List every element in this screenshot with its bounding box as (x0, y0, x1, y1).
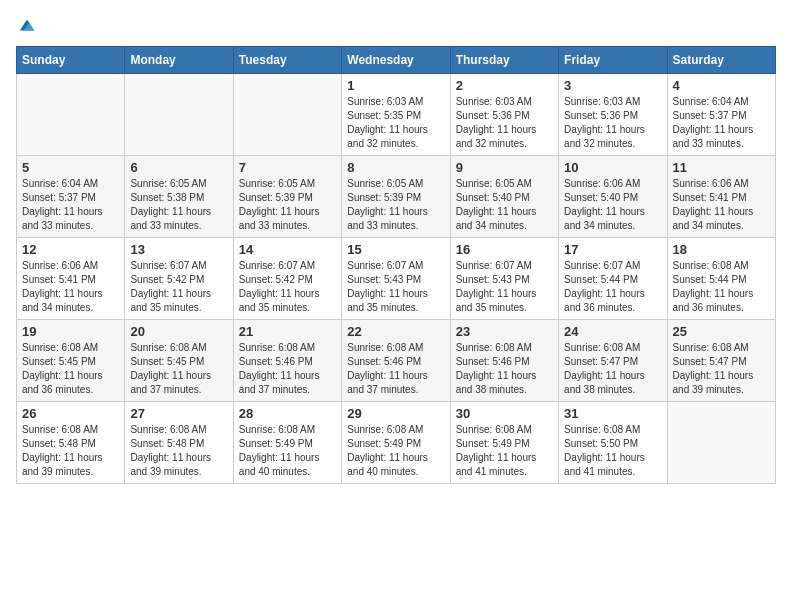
calendar-day-cell: 15Sunrise: 6:07 AMSunset: 5:43 PMDayligh… (342, 238, 450, 320)
day-info: Sunrise: 6:05 AMSunset: 5:39 PMDaylight:… (347, 177, 444, 233)
day-number: 17 (564, 242, 661, 257)
day-number: 2 (456, 78, 553, 93)
day-info: Sunrise: 6:06 AMSunset: 5:41 PMDaylight:… (22, 259, 119, 315)
day-number: 29 (347, 406, 444, 421)
day-number: 12 (22, 242, 119, 257)
calendar-day-cell: 17Sunrise: 6:07 AMSunset: 5:44 PMDayligh… (559, 238, 667, 320)
day-info: Sunrise: 6:07 AMSunset: 5:43 PMDaylight:… (456, 259, 553, 315)
calendar-day-cell: 27Sunrise: 6:08 AMSunset: 5:48 PMDayligh… (125, 402, 233, 484)
day-number: 7 (239, 160, 336, 175)
page-header (16, 16, 776, 34)
day-info: Sunrise: 6:08 AMSunset: 5:48 PMDaylight:… (130, 423, 227, 479)
calendar-day-cell: 13Sunrise: 6:07 AMSunset: 5:42 PMDayligh… (125, 238, 233, 320)
day-of-week-header: Tuesday (233, 47, 341, 74)
day-number: 13 (130, 242, 227, 257)
day-number: 25 (673, 324, 770, 339)
logo (16, 16, 36, 34)
day-number: 31 (564, 406, 661, 421)
day-number: 26 (22, 406, 119, 421)
day-info: Sunrise: 6:08 AMSunset: 5:49 PMDaylight:… (239, 423, 336, 479)
calendar-day-cell: 20Sunrise: 6:08 AMSunset: 5:45 PMDayligh… (125, 320, 233, 402)
day-number: 9 (456, 160, 553, 175)
day-number: 5 (22, 160, 119, 175)
calendar-day-cell: 25Sunrise: 6:08 AMSunset: 5:47 PMDayligh… (667, 320, 775, 402)
day-number: 4 (673, 78, 770, 93)
day-number: 3 (564, 78, 661, 93)
day-number: 19 (22, 324, 119, 339)
calendar-day-cell: 23Sunrise: 6:08 AMSunset: 5:46 PMDayligh… (450, 320, 558, 402)
day-number: 21 (239, 324, 336, 339)
day-info: Sunrise: 6:03 AMSunset: 5:36 PMDaylight:… (456, 95, 553, 151)
calendar-day-cell (667, 402, 775, 484)
day-info: Sunrise: 6:05 AMSunset: 5:40 PMDaylight:… (456, 177, 553, 233)
day-of-week-header: Monday (125, 47, 233, 74)
day-info: Sunrise: 6:08 AMSunset: 5:48 PMDaylight:… (22, 423, 119, 479)
day-number: 16 (456, 242, 553, 257)
day-number: 8 (347, 160, 444, 175)
calendar-week-row: 19Sunrise: 6:08 AMSunset: 5:45 PMDayligh… (17, 320, 776, 402)
day-info: Sunrise: 6:08 AMSunset: 5:44 PMDaylight:… (673, 259, 770, 315)
day-number: 23 (456, 324, 553, 339)
day-info: Sunrise: 6:08 AMSunset: 5:46 PMDaylight:… (347, 341, 444, 397)
day-info: Sunrise: 6:08 AMSunset: 5:47 PMDaylight:… (564, 341, 661, 397)
calendar-day-cell: 11Sunrise: 6:06 AMSunset: 5:41 PMDayligh… (667, 156, 775, 238)
day-info: Sunrise: 6:08 AMSunset: 5:47 PMDaylight:… (673, 341, 770, 397)
calendar-day-cell: 16Sunrise: 6:07 AMSunset: 5:43 PMDayligh… (450, 238, 558, 320)
day-info: Sunrise: 6:07 AMSunset: 5:44 PMDaylight:… (564, 259, 661, 315)
calendar-day-cell: 7Sunrise: 6:05 AMSunset: 5:39 PMDaylight… (233, 156, 341, 238)
calendar-day-cell: 8Sunrise: 6:05 AMSunset: 5:39 PMDaylight… (342, 156, 450, 238)
calendar-day-cell: 21Sunrise: 6:08 AMSunset: 5:46 PMDayligh… (233, 320, 341, 402)
day-number: 11 (673, 160, 770, 175)
calendar-day-cell: 24Sunrise: 6:08 AMSunset: 5:47 PMDayligh… (559, 320, 667, 402)
calendar-week-row: 5Sunrise: 6:04 AMSunset: 5:37 PMDaylight… (17, 156, 776, 238)
day-number: 10 (564, 160, 661, 175)
day-number: 27 (130, 406, 227, 421)
day-of-week-header: Friday (559, 47, 667, 74)
calendar-day-cell: 10Sunrise: 6:06 AMSunset: 5:40 PMDayligh… (559, 156, 667, 238)
calendar-header-row: SundayMondayTuesdayWednesdayThursdayFrid… (17, 47, 776, 74)
day-number: 1 (347, 78, 444, 93)
calendar-day-cell: 2Sunrise: 6:03 AMSunset: 5:36 PMDaylight… (450, 74, 558, 156)
day-of-week-header: Wednesday (342, 47, 450, 74)
calendar-day-cell (17, 74, 125, 156)
calendar-day-cell: 31Sunrise: 6:08 AMSunset: 5:50 PMDayligh… (559, 402, 667, 484)
day-number: 14 (239, 242, 336, 257)
day-info: Sunrise: 6:06 AMSunset: 5:41 PMDaylight:… (673, 177, 770, 233)
day-number: 28 (239, 406, 336, 421)
logo-icon (18, 16, 36, 34)
calendar-day-cell: 6Sunrise: 6:05 AMSunset: 5:38 PMDaylight… (125, 156, 233, 238)
day-info: Sunrise: 6:06 AMSunset: 5:40 PMDaylight:… (564, 177, 661, 233)
day-of-week-header: Saturday (667, 47, 775, 74)
calendar-day-cell: 1Sunrise: 6:03 AMSunset: 5:35 PMDaylight… (342, 74, 450, 156)
day-number: 18 (673, 242, 770, 257)
day-info: Sunrise: 6:04 AMSunset: 5:37 PMDaylight:… (673, 95, 770, 151)
calendar-day-cell: 28Sunrise: 6:08 AMSunset: 5:49 PMDayligh… (233, 402, 341, 484)
calendar-day-cell: 5Sunrise: 6:04 AMSunset: 5:37 PMDaylight… (17, 156, 125, 238)
day-number: 24 (564, 324, 661, 339)
calendar-day-cell (233, 74, 341, 156)
day-info: Sunrise: 6:08 AMSunset: 5:46 PMDaylight:… (239, 341, 336, 397)
day-info: Sunrise: 6:07 AMSunset: 5:42 PMDaylight:… (130, 259, 227, 315)
calendar-day-cell: 18Sunrise: 6:08 AMSunset: 5:44 PMDayligh… (667, 238, 775, 320)
day-of-week-header: Sunday (17, 47, 125, 74)
day-of-week-header: Thursday (450, 47, 558, 74)
day-number: 6 (130, 160, 227, 175)
calendar-day-cell: 3Sunrise: 6:03 AMSunset: 5:36 PMDaylight… (559, 74, 667, 156)
day-info: Sunrise: 6:08 AMSunset: 5:49 PMDaylight:… (347, 423, 444, 479)
calendar-day-cell: 4Sunrise: 6:04 AMSunset: 5:37 PMDaylight… (667, 74, 775, 156)
day-number: 20 (130, 324, 227, 339)
calendar-day-cell: 30Sunrise: 6:08 AMSunset: 5:49 PMDayligh… (450, 402, 558, 484)
calendar-day-cell: 12Sunrise: 6:06 AMSunset: 5:41 PMDayligh… (17, 238, 125, 320)
calendar-day-cell (125, 74, 233, 156)
day-info: Sunrise: 6:03 AMSunset: 5:36 PMDaylight:… (564, 95, 661, 151)
day-info: Sunrise: 6:04 AMSunset: 5:37 PMDaylight:… (22, 177, 119, 233)
calendar-table: SundayMondayTuesdayWednesdayThursdayFrid… (16, 46, 776, 484)
day-info: Sunrise: 6:03 AMSunset: 5:35 PMDaylight:… (347, 95, 444, 151)
calendar-day-cell: 29Sunrise: 6:08 AMSunset: 5:49 PMDayligh… (342, 402, 450, 484)
day-info: Sunrise: 6:07 AMSunset: 5:43 PMDaylight:… (347, 259, 444, 315)
day-info: Sunrise: 6:07 AMSunset: 5:42 PMDaylight:… (239, 259, 336, 315)
day-number: 30 (456, 406, 553, 421)
calendar-day-cell: 14Sunrise: 6:07 AMSunset: 5:42 PMDayligh… (233, 238, 341, 320)
calendar-day-cell: 22Sunrise: 6:08 AMSunset: 5:46 PMDayligh… (342, 320, 450, 402)
day-info: Sunrise: 6:08 AMSunset: 5:46 PMDaylight:… (456, 341, 553, 397)
